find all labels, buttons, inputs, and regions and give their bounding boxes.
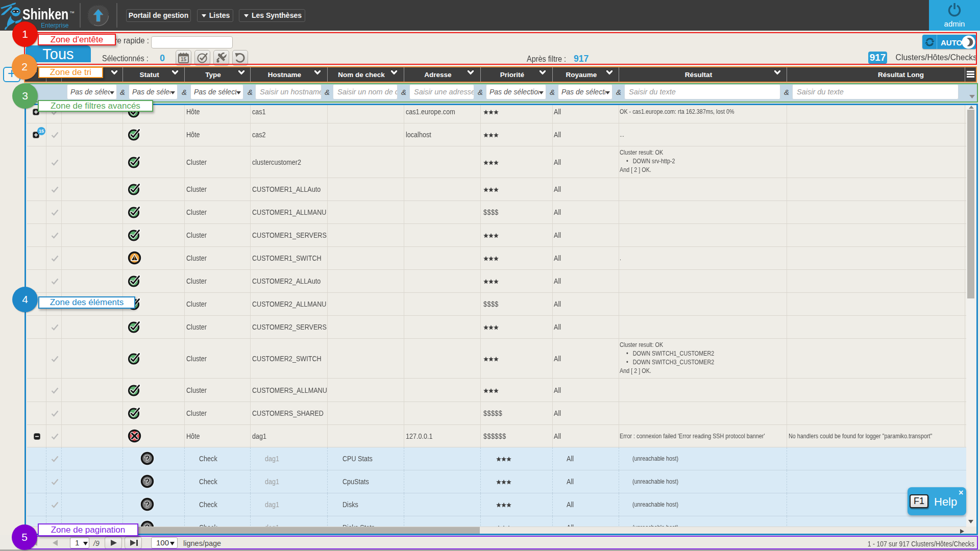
svg-text:?: ? <box>144 500 150 510</box>
svg-text:15: 15 <box>181 57 187 62</box>
svg-text:?: ? <box>144 523 150 527</box>
svg-text:?: ? <box>144 477 150 487</box>
svg-text:?: ? <box>144 454 150 464</box>
